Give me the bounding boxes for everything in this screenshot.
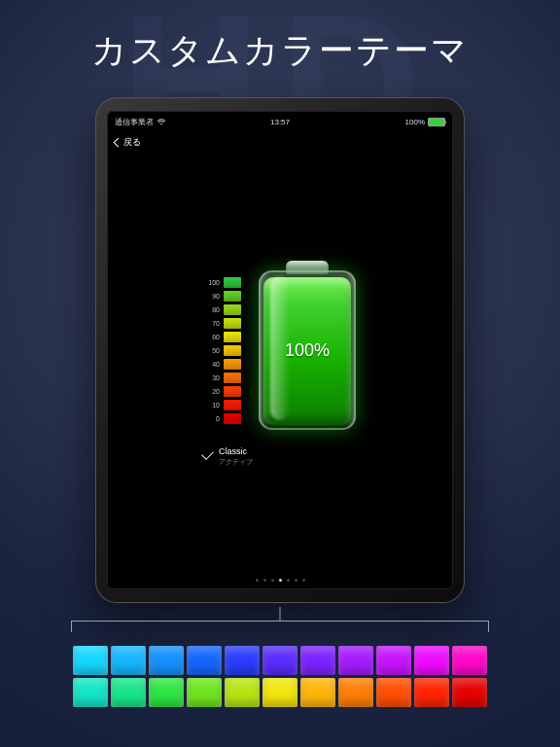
color-swatch[interactable] [414, 646, 449, 675]
color-swatch[interactable] [376, 646, 411, 675]
scale-tick: 70 [204, 316, 241, 330]
color-swatch[interactable] [452, 646, 487, 675]
page-title: カスタムカラーテーマ [0, 27, 560, 75]
scale-tick-label: 50 [204, 347, 220, 354]
checkmark-icon [201, 447, 214, 460]
color-swatch[interactable] [187, 646, 222, 675]
scale-tick-bar [224, 277, 241, 288]
theme-name: Classic [219, 446, 253, 456]
scale-tick: 40 [204, 357, 241, 371]
scale-tick-label: 60 [204, 334, 220, 340]
color-swatch[interactable] [300, 678, 335, 707]
color-swatch[interactable] [73, 678, 108, 707]
color-swatch[interactable] [338, 646, 373, 675]
scale-tick: 60 [204, 330, 241, 343]
page-dot[interactable] [295, 579, 298, 582]
color-swatch[interactable] [111, 646, 146, 675]
scale-tick: 0 [204, 411, 241, 425]
device-screen: 通信事業者 13:57 100% 戻る 10090807060504030201… [107, 111, 453, 589]
color-swatch[interactable] [262, 678, 298, 707]
scale-tick-label: 20 [204, 388, 220, 395]
battery-percent-label: 100% [259, 270, 356, 430]
scale-tick-label: 0 [204, 415, 220, 422]
page-dot[interactable] [279, 579, 282, 582]
scale-tick-label: 80 [204, 306, 220, 313]
scale-tick-bar [224, 373, 241, 383]
color-swatch[interactable] [300, 646, 335, 675]
color-scale: 1009080706050403020100 [204, 275, 241, 425]
color-swatch[interactable] [149, 678, 184, 707]
color-swatch[interactable] [262, 646, 298, 675]
scale-tick-bar [224, 332, 241, 342]
palette-row-2 [73, 678, 487, 707]
color-swatch[interactable] [149, 646, 184, 675]
scale-tick-bar [224, 318, 241, 329]
color-swatch[interactable] [452, 678, 487, 707]
scale-tick-label: 10 [204, 402, 220, 409]
scale-tick: 10 [204, 398, 241, 411]
scale-tick: 50 [204, 343, 241, 357]
color-swatch[interactable] [187, 678, 222, 707]
scale-tick-label: 30 [204, 374, 220, 381]
color-swatch[interactable] [225, 678, 260, 707]
scale-tick-bar [224, 304, 241, 315]
palette-row-1 [73, 646, 487, 675]
theme-selection[interactable]: Classic アクティブ [202, 446, 253, 467]
color-swatch[interactable] [376, 678, 411, 707]
scale-tick: 30 [204, 371, 241, 384]
scale-tick-bar [224, 400, 241, 410]
scale-tick-label: 90 [204, 293, 220, 300]
page-indicator[interactable] [107, 579, 453, 582]
page-dot[interactable] [263, 579, 266, 582]
scale-tick-label: 40 [204, 361, 220, 368]
theme-status: アクティブ [219, 457, 253, 467]
page-dot[interactable] [271, 579, 274, 582]
scale-tick: 20 [204, 384, 241, 398]
color-swatch[interactable] [225, 646, 260, 675]
connector-bracket [71, 619, 489, 648]
color-palette [73, 646, 487, 707]
scale-tick-bar [224, 413, 241, 424]
color-swatch[interactable] [414, 678, 449, 707]
battery-graphic: 100% [259, 270, 356, 430]
scale-tick-bar [224, 345, 241, 356]
main-content: 1009080706050403020100 100% Classic アクティ… [107, 111, 453, 589]
color-swatch[interactable] [73, 646, 108, 675]
scale-tick: 80 [204, 302, 241, 316]
ipad-frame: 通信事業者 13:57 100% 戻る 10090807060504030201… [95, 97, 465, 603]
page-dot[interactable] [256, 579, 259, 582]
color-swatch[interactable] [111, 678, 146, 707]
scale-tick: 100 [204, 275, 241, 289]
scale-tick-bar [224, 291, 241, 302]
page-dot[interactable] [287, 579, 290, 582]
color-swatch[interactable] [338, 678, 373, 707]
scale-tick-label: 70 [204, 320, 220, 327]
page-dot[interactable] [302, 579, 305, 582]
scale-tick-label: 100 [204, 279, 220, 286]
scale-tick-bar [224, 359, 241, 370]
scale-tick: 90 [204, 289, 241, 302]
scale-tick-bar [224, 386, 241, 397]
